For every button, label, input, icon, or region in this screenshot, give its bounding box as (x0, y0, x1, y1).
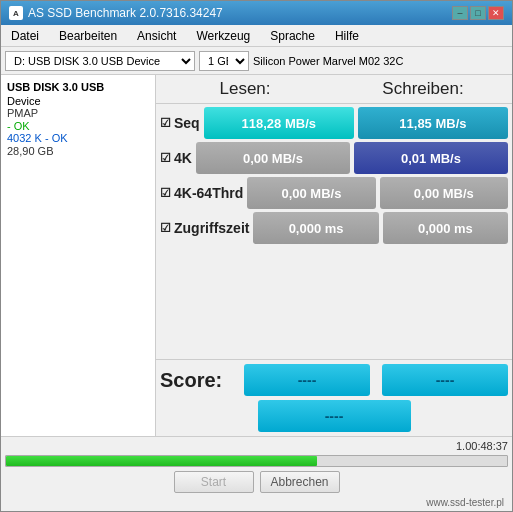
title-controls: – □ ✕ (452, 6, 504, 20)
zugriffszeit-text: Zugriffszeit (174, 220, 249, 236)
zugriffszeit-label: ☑ Zugriffszeit (160, 220, 249, 236)
cancel-button[interactable]: Abbrechen (260, 471, 340, 493)
zugriffszeit-row: ☑ Zugriffszeit 0,000 ms 0,000 ms (160, 212, 508, 244)
main-window: A AS SSD Benchmark 2.0.7316.34247 – □ ✕ … (0, 0, 513, 512)
drive-select[interactable]: D: USB DISK 3.0 USB Device (5, 51, 195, 71)
start-button[interactable]: Start (174, 471, 254, 493)
score-write: ---- (382, 364, 508, 396)
4k64thrd-checkbox[interactable]: ☑ (160, 186, 171, 200)
close-button[interactable]: ✕ (488, 6, 504, 20)
zugriffszeit-checkbox[interactable]: ☑ (160, 221, 171, 235)
seq-row: ☑ Seq 118,28 MB/s 11,85 MB/s (160, 107, 508, 139)
time-label: 1.00:48:37 (5, 440, 508, 452)
column-headers: Lesen: Schreiben: (156, 75, 512, 104)
4k-row: ☑ 4K 0,00 MB/s 0,01 MB/s (160, 142, 508, 174)
menu-sprache[interactable]: Sprache (264, 27, 321, 45)
seq-checkbox[interactable]: ☑ (160, 116, 171, 130)
score-row-bottom: ---- (160, 400, 508, 432)
left-panel: USB DISK 3.0 USB Device PMAP - OK 4032 K… (1, 75, 156, 436)
main-content: USB DISK 3.0 USB Device PMAP - OK 4032 K… (1, 75, 512, 436)
4k-checkbox[interactable]: ☑ (160, 151, 171, 165)
zugriffszeit-read-value: 0,000 ms (253, 212, 378, 244)
score-section: Score: ---- ---- ---- (156, 359, 512, 436)
4k-text: 4K (174, 150, 192, 166)
seq-read-value: 118,28 MB/s (204, 107, 354, 139)
4k64thrd-text: 4K-64Thrd (174, 185, 243, 201)
4k-label: ☑ 4K (160, 150, 192, 166)
menu-werkzeug[interactable]: Werkzeug (190, 27, 256, 45)
write-header: Schreiben: (334, 75, 512, 103)
score-label: Score: (160, 369, 240, 392)
4k64thrd-label: ☑ 4K-64Thrd (160, 185, 243, 201)
zugriffszeit-write-value: 0,000 ms (383, 212, 508, 244)
window-title: AS SSD Benchmark 2.0.7316.34247 (28, 6, 223, 20)
4k-write-value: 0,01 MB/s (354, 142, 508, 174)
title-bar: A AS SSD Benchmark 2.0.7316.34247 – □ ✕ (1, 1, 512, 25)
bottom-section: 1.00:48:37 Start Abbrechen www.ssd-teste… (1, 436, 512, 511)
score-read: ---- (244, 364, 370, 396)
disk-size: 28,90 GB (7, 145, 149, 157)
4k64thrd-write-value: 0,00 MB/s (380, 177, 508, 209)
drive-name-line2: Device (7, 95, 149, 107)
seq-text: Seq (174, 115, 200, 131)
right-panel: Lesen: Schreiben: ☑ Seq 118,28 MB/s 11,8… (156, 75, 512, 436)
menu-hilfe[interactable]: Hilfe (329, 27, 365, 45)
score-total: ---- (258, 400, 411, 432)
pmap-label: PMAP (7, 107, 149, 119)
drive-name-line1: USB DISK 3.0 USB (7, 81, 149, 93)
device-info: Silicon Power Marvel M02 32C (253, 55, 508, 67)
ok2-label: 4032 K - OK (7, 132, 149, 144)
menu-bearbeiten[interactable]: Bearbeiten (53, 27, 123, 45)
menu-datei[interactable]: Datei (5, 27, 45, 45)
watermark: www.ssd-tester.pl (5, 495, 508, 508)
seq-label: ☑ Seq (160, 115, 200, 131)
read-header: Lesen: (156, 75, 334, 103)
app-icon: A (9, 6, 23, 20)
bottom-buttons: Start Abbrechen (5, 469, 508, 495)
seq-write-value: 11,85 MB/s (358, 107, 508, 139)
restore-button[interactable]: □ (470, 6, 486, 20)
ok1-label: - OK (7, 120, 149, 132)
size-select[interactable]: 1 GB (199, 51, 249, 71)
progress-bar-container (5, 455, 508, 467)
progress-bar-fill (6, 456, 317, 466)
toolbar: D: USB DISK 3.0 USB Device 1 GB Silicon … (1, 47, 512, 75)
score-row-top: Score: ---- ---- (160, 364, 508, 396)
4k-read-value: 0,00 MB/s (196, 142, 350, 174)
minimize-button[interactable]: – (452, 6, 468, 20)
4k64thrd-row: ☑ 4K-64Thrd 0,00 MB/s 0,00 MB/s (160, 177, 508, 209)
benchmark-rows: ☑ Seq 118,28 MB/s 11,85 MB/s ☑ 4K 0,00 M… (156, 104, 512, 359)
menu-bar: Datei Bearbeiten Ansicht Werkzeug Sprach… (1, 25, 512, 47)
4k64thrd-read-value: 0,00 MB/s (247, 177, 375, 209)
menu-ansicht[interactable]: Ansicht (131, 27, 182, 45)
